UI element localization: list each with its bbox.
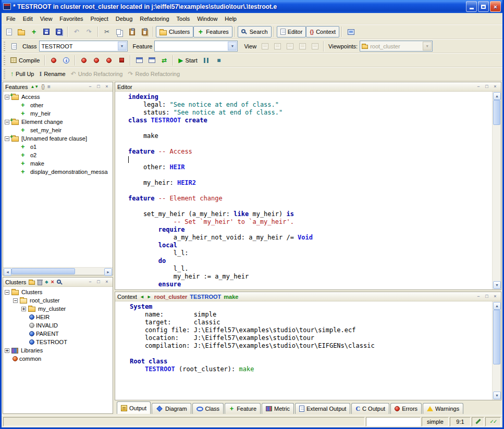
toolbar-grip[interactable] — [4, 69, 5, 79]
tree-item-element-change[interactable]: −Element change — [3, 118, 113, 126]
tab-metric[interactable]: Metric — [262, 403, 294, 414]
context-close-button[interactable]: × — [491, 293, 499, 300]
menu-refactoring[interactable]: Refactoring — [136, 14, 173, 23]
tab-class[interactable]: Class — [192, 403, 224, 414]
new-cluster-icon[interactable] — [29, 281, 35, 285]
new-document-button[interactable] — [3, 26, 15, 38]
tab-output[interactable]: Output — [117, 401, 151, 414]
tab-feature[interactable]: Feature — [225, 403, 261, 414]
features-horizontal-scrollbar[interactable]: ◄ ► — [3, 267, 113, 275]
viewpoints-combobox[interactable]: root_cluster ▼ — [360, 41, 433, 52]
scroll-thumb[interactable] — [493, 310, 500, 364]
tree-item-common[interactable]: common — [3, 355, 113, 363]
compilation-info-button[interactable]: i — [60, 54, 72, 67]
breadcrumb-class[interactable]: TESTROOT — [190, 294, 221, 300]
scroll-up-icon[interactable]: ▲ — [493, 92, 501, 100]
debug-window-button[interactable] — [133, 54, 145, 67]
redo-refactoring-button[interactable]: ↷Redo Refactoring — [125, 68, 182, 80]
tree-item-other[interactable]: other — [3, 101, 113, 109]
history-forward-icon[interactable]: ► — [147, 294, 152, 299]
freeze-all-button[interactable] — [115, 54, 128, 67]
scroll-thumb[interactable] — [493, 100, 500, 125]
tree-item-o2[interactable]: o2 — [3, 151, 113, 159]
features-maximize-button[interactable]: □ — [95, 83, 102, 90]
collapse-icon[interactable]: − — [5, 120, 9, 124]
add-item-button[interactable] — [28, 26, 40, 38]
clusters-close-button[interactable]: × — [103, 279, 110, 285]
melt-button[interactable] — [78, 54, 90, 67]
toolbar-grip[interactable] — [4, 56, 5, 65]
contract-view-button[interactable] — [296, 40, 309, 53]
delete-icon[interactable]: × — [51, 279, 54, 285]
scroll-track[interactable] — [11, 268, 104, 274]
tree-item-root-cluster[interactable]: −root_cluster — [3, 296, 113, 305]
pause-button[interactable] — [200, 54, 213, 67]
editor-code[interactable]: indexing legal: "See notice at end of cl… — [115, 92, 492, 289]
flat-view-button[interactable] — [284, 40, 296, 53]
tree-item-access[interactable]: −Access — [3, 93, 113, 101]
context-minimize-button[interactable]: − — [475, 293, 482, 300]
tree-item-my-heir[interactable]: my_heir — [3, 109, 113, 118]
expand-icon[interactable]: + — [21, 307, 26, 311]
search-button[interactable]: Search — [238, 26, 272, 37]
tree-item-unnamed-feature-clause[interactable]: −[Unnamed feature clause] — [3, 134, 113, 143]
features-close-button[interactable]: × — [103, 83, 110, 90]
undo-refactoring-button[interactable]: ↶Undo Refactoring — [68, 68, 126, 80]
class-dropdown-icon[interactable]: ▼ — [118, 42, 127, 51]
close-button[interactable]: × — [490, 1, 501, 12]
scroll-thumb[interactable] — [11, 268, 75, 274]
feature-combobox[interactable]: ▼ — [154, 41, 238, 52]
menu-window[interactable]: Window — [193, 14, 221, 23]
clusters-minimize-button[interactable]: − — [87, 279, 94, 285]
feature-dropdown-icon[interactable]: ▼ — [228, 42, 237, 51]
expand-icon[interactable]: + — [5, 348, 9, 353]
tree-item-set-my-heir[interactable]: set_my_heir — [3, 126, 113, 134]
clickable-view-button[interactable] — [271, 40, 284, 53]
clusters-toggle-button[interactable]: Clusters — [156, 26, 193, 37]
clusters-tree[interactable]: −Clusters−root_cluster+my_clusterHEIRINV… — [3, 287, 113, 413]
execution-parameters-button[interactable] — [145, 54, 158, 67]
tab-external-output[interactable]: External Output — [295, 403, 350, 414]
editor-minimize-button[interactable]: − — [475, 83, 482, 90]
history-back-icon[interactable]: ◄ — [140, 294, 144, 299]
menu-file[interactable]: File — [3, 14, 19, 23]
features-list-icon[interactable]: ≡ — [47, 84, 51, 90]
save-all-button[interactable] — [53, 26, 65, 38]
tree-item-parent[interactable]: PARENT — [3, 330, 113, 338]
features-toggle-button[interactable]: Features — [193, 26, 232, 37]
viewpoints-dropdown-icon[interactable]: ▼ — [423, 42, 432, 51]
tab-diagram[interactable]: Diagram — [152, 403, 191, 414]
quick-melt-button[interactable] — [90, 54, 103, 67]
breadcrumb-feature[interactable]: make — [224, 294, 238, 300]
context-maximize-button[interactable]: □ — [483, 293, 490, 300]
scroll-right-icon[interactable]: ► — [104, 268, 112, 276]
diamond-icon[interactable]: ◆ — [45, 280, 48, 284]
tree-item-my-cluster[interactable]: +my_cluster — [3, 305, 113, 313]
toolbar-grip[interactable] — [4, 42, 5, 51]
remove-cluster-icon[interactable] — [38, 280, 42, 285]
scroll-track[interactable] — [493, 100, 500, 281]
context-output[interactable]: System name: simple target: classic conf… — [115, 301, 492, 400]
pull-up-button[interactable]: ↑Pull Up — [8, 68, 36, 80]
tree-item-o1[interactable]: o1 — [3, 143, 113, 151]
interface-view-button[interactable] — [309, 40, 321, 53]
tree-item-invalid[interactable]: INVALID — [3, 321, 113, 330]
tree-item-clusters[interactable]: −Clusters — [3, 288, 113, 296]
menu-help[interactable]: Help — [221, 14, 240, 23]
navigation-button[interactable] — [8, 40, 20, 53]
open-file-button[interactable] — [15, 26, 28, 38]
maximize-button[interactable] — [478, 1, 489, 12]
class-combobox[interactable]: TESTROOT ▼ — [39, 41, 128, 52]
editor-vertical-scrollbar[interactable]: ▲ ▼ — [492, 92, 501, 289]
menu-project[interactable]: Project — [87, 14, 112, 23]
save-button[interactable] — [40, 26, 53, 38]
features-minimize-button[interactable]: − — [87, 83, 94, 90]
tree-item-heir[interactable]: HEIR — [3, 313, 113, 321]
clusters-search-icon[interactable] — [57, 280, 61, 284]
tab-c-output[interactable]: CC Output — [351, 403, 389, 414]
freeze-button[interactable] — [47, 54, 60, 67]
menu-view[interactable]: View — [36, 14, 56, 23]
undo-button[interactable]: ↶ — [70, 26, 83, 38]
redo-button[interactable]: ↷ — [83, 26, 95, 38]
editor-close-button[interactable]: × — [491, 83, 499, 90]
